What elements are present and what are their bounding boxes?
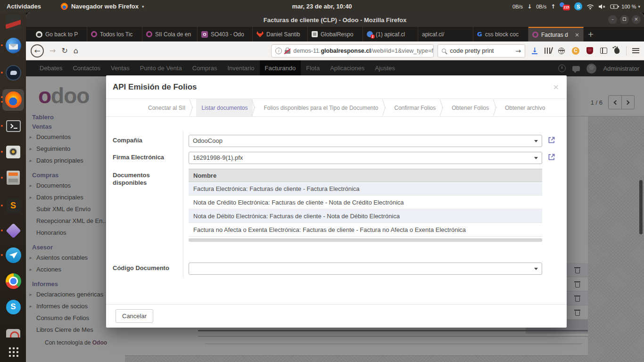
column-header-nombre[interactable]: Nombre bbox=[189, 169, 542, 182]
tab-label: apicaf.cl/ bbox=[422, 31, 469, 38]
clock[interactable]: mar, 23 de abr, 10:40 bbox=[292, 3, 352, 10]
volume-muted-icon[interactable] bbox=[598, 4, 606, 9]
document-code-select[interactable] bbox=[189, 263, 542, 275]
search-input[interactable] bbox=[449, 47, 512, 55]
tab-apicaf-mail[interactable]: 1 (1) apicaf.cl bbox=[363, 27, 418, 41]
chevron-down-icon: ▾ bbox=[638, 4, 640, 9]
company-value: OdooCoop bbox=[193, 137, 223, 144]
dock-archive-app-icon[interactable] bbox=[5, 14, 22, 31]
dock-skype-icon[interactable]: S bbox=[5, 298, 22, 315]
search-go-icon[interactable]: → bbox=[516, 47, 521, 55]
colorzilla-icon[interactable]: C bbox=[572, 47, 579, 55]
tab-todos-los-tickets[interactable]: Todos los Tic bbox=[87, 27, 142, 41]
step-chevron-icon bbox=[383, 99, 389, 116]
dock-rhythmbox-icon[interactable] bbox=[5, 143, 22, 160]
tab-bar: Go back to P Todos los Tic SII Cola de e… bbox=[26, 27, 644, 41]
tab-gitlab[interactable]: Daniel Santib bbox=[253, 27, 308, 41]
api-folios-dialog: API Emisión de Folios × Conectar al SII … bbox=[106, 75, 567, 328]
document-row[interactable]: Nota de Débito Electrónica: Facturas de … bbox=[189, 209, 542, 223]
library-icon[interactable] bbox=[545, 48, 551, 54]
tab-globalresponse[interactable]: GlobalRespo bbox=[308, 27, 363, 41]
skype-tray-icon[interactable]: S bbox=[574, 2, 582, 10]
downloads-icon[interactable]: ↓ bbox=[532, 47, 537, 54]
table-horizontal-scrollbar[interactable] bbox=[189, 239, 542, 242]
battery-indicator[interactable]: 100 % ▾ bbox=[610, 4, 640, 9]
tab-apicaf[interactable]: apicaf.cl/ bbox=[418, 27, 473, 41]
translate-globe-icon[interactable] bbox=[558, 48, 565, 54]
company-label: Compañía bbox=[113, 137, 142, 144]
tab-label: Daniel Santib bbox=[266, 31, 304, 38]
navigation-toolbar: ← → ↻ ⌂ i demos-11.globalresponse.cl/web… bbox=[26, 41, 644, 60]
net-down-icon: ↓ bbox=[527, 3, 532, 10]
ublock-shield-icon[interactable] bbox=[586, 47, 593, 54]
tab-label: css block coc bbox=[485, 31, 524, 38]
home-button[interactable]: ⌂ bbox=[74, 46, 78, 55]
dock-terminal-icon[interactable] bbox=[5, 117, 22, 134]
search-icon bbox=[442, 49, 446, 53]
tab-label: GlobalRespo bbox=[321, 31, 359, 38]
dock-chrome-icon[interactable] bbox=[5, 272, 22, 289]
company-select[interactable]: OdooCoop bbox=[189, 135, 542, 147]
tab-facturas-active[interactable]: Facturas d × bbox=[528, 27, 584, 41]
toolbar-divider bbox=[626, 46, 627, 56]
cancel-button[interactable]: Cancelar bbox=[116, 309, 153, 323]
step-obtener-archivo[interactable]: Obtener archivo bbox=[500, 99, 550, 116]
new-tab-button[interactable]: + bbox=[584, 27, 598, 41]
mail-tray-icon[interactable]: 215 bbox=[560, 2, 570, 10]
step-folios-disponibles[interactable]: Folios disponibles para el Tipo de Docum… bbox=[258, 99, 383, 116]
step-conectar-sii[interactable]: Conectar al SII bbox=[143, 99, 190, 116]
github-favicon bbox=[36, 31, 42, 38]
tab-close-icon[interactable]: × bbox=[574, 32, 579, 38]
dock-thunderbird-icon[interactable] bbox=[5, 37, 22, 54]
step-listar-documentos[interactable]: Listar documentos bbox=[196, 99, 253, 116]
document-row[interactable]: Factura no Afecta o Exenta Electrónica: … bbox=[189, 223, 542, 237]
signature-label: Firma Electrónica bbox=[113, 154, 164, 161]
signature-external-link-icon[interactable] bbox=[547, 153, 556, 161]
dock-chat-app-icon[interactable] bbox=[5, 64, 22, 81]
dock-firefox-icon[interactable] bbox=[5, 91, 22, 108]
maximize-button[interactable] bbox=[620, 15, 629, 24]
activities-button[interactable]: Actividades bbox=[0, 3, 48, 10]
insecure-lock-icon[interactable] bbox=[285, 50, 290, 54]
apicaf-favicon: 1 bbox=[367, 31, 373, 37]
tab-sii-cola[interactable]: SII Cola de en bbox=[142, 27, 198, 41]
dock-modeling-app-icon[interactable] bbox=[5, 222, 22, 239]
sidebar-toggle-icon[interactable] bbox=[600, 48, 607, 54]
reload-button[interactable]: ↻ bbox=[61, 46, 67, 55]
google-favicon: G bbox=[477, 31, 482, 38]
search-bar[interactable]: → bbox=[438, 44, 525, 58]
gnome-foot-icon[interactable] bbox=[614, 47, 620, 54]
tab-css-block[interactable]: G css block coc bbox=[473, 27, 528, 41]
step-confirmar-folios[interactable]: Confirmar Folios bbox=[389, 99, 441, 116]
dialog-close-icon[interactable]: × bbox=[553, 83, 559, 91]
forward-button[interactable]: → bbox=[50, 46, 56, 55]
documents-label: Documentos disponibles bbox=[113, 172, 174, 187]
back-button[interactable]: ← bbox=[31, 44, 44, 58]
dock-sublime-text-icon[interactable]: S bbox=[5, 197, 22, 214]
net-up-icon: ↑ bbox=[551, 3, 555, 10]
battery-icon bbox=[610, 4, 619, 9]
tab-so403[interactable]: O SO403 - Odo bbox=[198, 27, 253, 41]
menu-hamburger-icon[interactable] bbox=[632, 48, 639, 53]
dock: S S bbox=[0, 13, 26, 362]
app-menu[interactable]: Navegador web Firefox ▾ bbox=[61, 3, 144, 10]
wifi-icon[interactable] bbox=[586, 4, 594, 9]
dock-file-cabinet-icon[interactable] bbox=[5, 169, 22, 186]
window-titlebar[interactable]: Facturas de cliente (CLP) - Odoo - Mozil… bbox=[26, 13, 644, 27]
signature-select[interactable]: 16291998-9(1).pfx bbox=[189, 152, 542, 164]
minimize-button[interactable]: – bbox=[608, 15, 617, 24]
tab-label: Go back to P bbox=[45, 31, 83, 38]
company-external-link-icon[interactable] bbox=[547, 136, 556, 144]
show-applications-icon[interactable] bbox=[5, 343, 22, 360]
dock-telegram-icon[interactable] bbox=[5, 247, 22, 263]
tab-label: (1) apicaf.cl bbox=[376, 31, 414, 38]
step-obtener-folios[interactable]: Obtener Folios bbox=[446, 99, 494, 116]
document-row[interactable]: Nota de Crédito Electrónica: Facturas de… bbox=[189, 196, 542, 209]
url-bar[interactable]: i demos-11.globalresponse.cl/web#id=1&vi… bbox=[271, 44, 434, 58]
tab-github[interactable]: Go back to P bbox=[32, 27, 87, 41]
close-button[interactable]: × bbox=[632, 15, 641, 24]
tab-label: Facturas d bbox=[541, 32, 571, 38]
page-info-icon[interactable]: i bbox=[275, 48, 282, 54]
document-row[interactable]: Factura Electrónica: Facturas de cliente… bbox=[189, 182, 542, 196]
dock-partial-app-icon[interactable] bbox=[5, 325, 22, 342]
